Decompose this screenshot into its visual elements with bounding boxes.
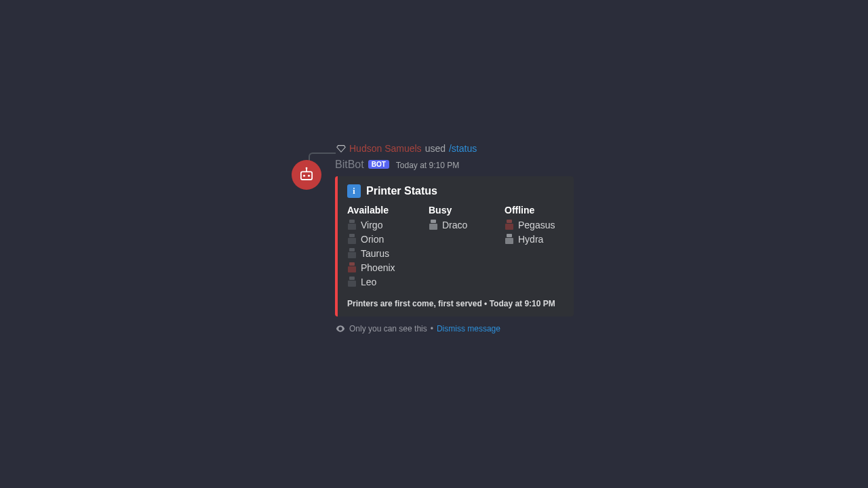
svg-point-2 (308, 175, 310, 177)
embed-footer: Printers are first come, first served • … (347, 299, 563, 308)
printer-icon (347, 262, 357, 273)
printer-icon (505, 234, 514, 245)
info-icon: i (347, 184, 361, 198)
discord-message: Hudson Samuels used /status BitBot BOT T… (292, 142, 597, 334)
eye-icon (335, 323, 346, 334)
list-item: Taurus (347, 247, 415, 260)
ephemeral-notice: Only you can see this • Dismiss message (335, 323, 597, 334)
nitro-diamond-icon (336, 144, 346, 153)
offline-list: Pegasus Hydra (505, 218, 572, 246)
printer-icon (347, 277, 357, 287)
bot-username[interactable]: BitBot (335, 159, 364, 171)
printer-name: Leo (361, 275, 376, 289)
printer-name: Hydra (518, 232, 543, 246)
printer-icon (347, 220, 357, 230)
embed-title-row: i Printer Status (347, 184, 563, 198)
printer-name: Virgo (361, 218, 382, 232)
printer-name: Phoenix (361, 261, 395, 274)
ephemeral-text: Only you can see this (349, 324, 427, 333)
svg-point-1 (303, 175, 305, 177)
field-offline: Offline Pegasus Hydra (505, 205, 572, 289)
printer-icon (505, 220, 514, 230)
embed-card: i Printer Status Available Virgo Orion T… (335, 176, 574, 317)
field-name-available: Available (347, 205, 415, 216)
bot-avatar[interactable] (292, 160, 321, 190)
separator-dot: • (431, 324, 433, 333)
printer-icon (347, 248, 357, 259)
printer-name: Draco (442, 218, 467, 232)
command-invoker-name[interactable]: Hudson Samuels (349, 142, 422, 155)
svg-rect-0 (301, 171, 312, 180)
list-item: Virgo (347, 218, 415, 232)
bot-badge: BOT (368, 160, 389, 169)
slash-command-name[interactable]: /status (449, 142, 477, 155)
field-busy: Busy Draco (429, 205, 491, 289)
list-item: Pegasus (505, 218, 572, 232)
message-timestamp: Today at 9:10 PM (396, 161, 459, 170)
list-item: Hydra (505, 232, 572, 246)
printer-name: Pegasus (518, 218, 555, 232)
command-used-word: used (425, 142, 446, 155)
embed-fields: Available Virgo Orion Taurus Phoenix Leo… (347, 205, 563, 289)
field-name-busy: Busy (429, 205, 491, 216)
command-reference-row: Hudson Samuels used /status (336, 142, 597, 155)
svg-point-4 (306, 167, 308, 169)
printer-name: Orion (361, 232, 384, 246)
printer-icon (429, 220, 438, 230)
list-item: Phoenix (347, 261, 415, 274)
dismiss-message-link[interactable]: Dismiss message (437, 324, 500, 333)
list-item: Leo (347, 275, 415, 289)
available-list: Virgo Orion Taurus Phoenix Leo (347, 218, 415, 289)
svg-point-6 (340, 328, 342, 330)
embed-title: Printer Status (366, 185, 437, 197)
list-item: Draco (429, 218, 491, 232)
list-item: Orion (347, 232, 415, 246)
printer-name: Taurus (361, 247, 389, 260)
robot-icon (297, 165, 316, 184)
field-name-offline: Offline (505, 205, 572, 216)
field-available: Available Virgo Orion Taurus Phoenix Leo (347, 205, 415, 289)
busy-list: Draco (429, 218, 491, 232)
message-header: BitBot BOT Today at 9:10 PM (335, 159, 597, 171)
printer-icon (347, 234, 357, 245)
